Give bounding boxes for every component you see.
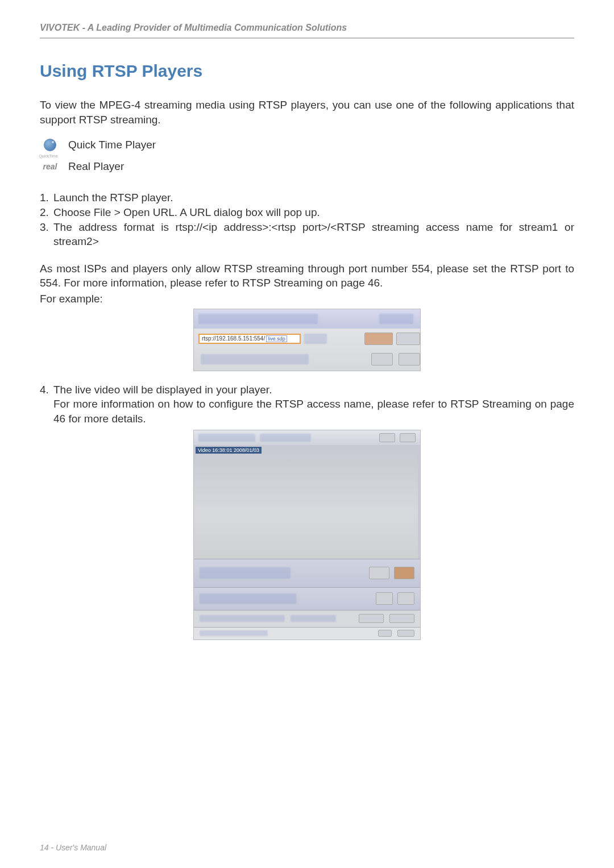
player-footer-button-2[interactable]: [389, 614, 414, 623]
player-menu-blur: [198, 434, 255, 442]
player-window-button-1[interactable]: [379, 433, 395, 442]
step-3: 3. The address format is rtsp://<ip addr…: [40, 220, 574, 249]
player-footer-button-1[interactable]: [359, 614, 384, 623]
player-seek-blur: [200, 593, 296, 604]
header-text: VIVOTEK - A Leading Provider of Multimed…: [40, 23, 347, 32]
quicktime-label: Quick Time Player: [68, 139, 156, 151]
section-title: Using RTSP Players: [40, 61, 574, 81]
player-statusbar-blur: [200, 630, 268, 636]
step-4-text-b: For more information on how to configure…: [53, 397, 574, 426]
player-volume-button[interactable]: [376, 592, 393, 605]
dialog-control-blur: [304, 334, 327, 344]
dialog-bottom-blur: [201, 354, 309, 364]
video-area: Video 16:38:01 2008/01/03: [194, 445, 420, 559]
url-input-prefix: rtsp://192.168.5.151:554/: [202, 335, 265, 342]
dialog-ok-button[interactable]: [364, 333, 393, 345]
player-control-button-1[interactable]: [369, 567, 389, 579]
dialog-cancel-button[interactable]: [396, 333, 420, 345]
dialog-button-blur: [379, 314, 413, 324]
player-resize-grip[interactable]: [378, 630, 392, 637]
for-example-label: For example:: [40, 292, 574, 306]
player-list: QuickTime Quick Time Player real Real Pl…: [42, 137, 574, 175]
header-bar: VIVOTEK - A Leading Provider of Multimed…: [40, 23, 574, 39]
step-2-text: Choose File > Open URL. A URL dialog box…: [53, 205, 574, 220]
player-control-button-2[interactable]: [394, 567, 414, 579]
url-dialog-screenshot: rtsp://192.168.5.151:554/live.sdp: [193, 309, 421, 371]
player-statusbar-button[interactable]: [397, 630, 414, 637]
note-paragraph: As most ISPs and players only allow RTSP…: [40, 261, 574, 290]
player-status-blur-2: [291, 615, 336, 622]
step-4: 4. The live video will be displayed in y…: [40, 383, 574, 426]
player-transport-blur: [200, 567, 291, 579]
quicktime-icon: QuickTime: [42, 137, 58, 153]
step-1: 1. Launch the RTSP player.: [40, 190, 574, 205]
dialog-bottom-button-1[interactable]: [371, 353, 393, 366]
player-toolbar-blur: [260, 434, 311, 442]
page-footer: 14 - User's Manual: [40, 843, 106, 852]
url-input-field[interactable]: rtsp://192.168.5.151:554/live.sdp: [198, 334, 301, 344]
dialog-title-blur: [198, 314, 318, 324]
step-3-text: The address format is rtsp://<ip address…: [53, 220, 574, 249]
video-timestamp-overlay: Video 16:38:01 2008/01/03: [196, 447, 262, 454]
player-item-real: real Real Player: [42, 159, 574, 175]
url-input-highlight: live.sdp: [266, 335, 287, 342]
player-mute-button[interactable]: [397, 592, 414, 605]
step-2: 2. Choose File > Open URL. A URL dialog …: [40, 205, 574, 220]
realplayer-icon: real: [42, 159, 58, 175]
player-window-screenshot: Video 16:38:01 2008/01/03: [193, 430, 421, 640]
step-1-text: Launch the RTSP player.: [53, 190, 574, 205]
player-item-quicktime: QuickTime Quick Time Player: [42, 137, 574, 153]
player-status-blur-1: [200, 615, 285, 622]
dialog-bottom-button-2[interactable]: [399, 353, 420, 366]
step-4-text-a: The live video will be displayed in your…: [53, 383, 574, 397]
realplayer-label: Real Player: [68, 160, 124, 173]
intro-paragraph: To view the MPEG-4 streaming media using…: [40, 98, 574, 127]
steps-list: 1. Launch the RTSP player. 2. Choose Fil…: [40, 190, 574, 249]
player-window-button-2[interactable]: [400, 433, 416, 442]
